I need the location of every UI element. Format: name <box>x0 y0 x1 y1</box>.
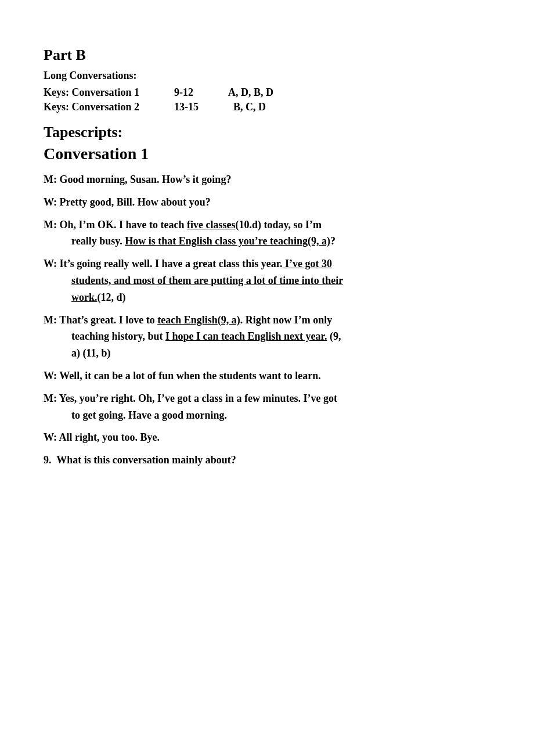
text-m-5e: teaching history, <box>71 330 148 342</box>
text-m-3g: (9, a) <box>308 235 330 247</box>
text-w-4a: It’s going really well. I have a great c… <box>60 258 283 269</box>
question-9: 9. What is this conversation mainly abou… <box>44 454 490 466</box>
text-w-4c: students, and most of them are putting a… <box>71 275 343 286</box>
text-w-6: Well, it can be a lot of fun when the st… <box>59 370 321 381</box>
text-m-1: Good morning, Susan. How’s it going? <box>59 174 231 185</box>
dialogue-line-5: M: That’s great. I love to teach English… <box>44 312 490 362</box>
text-m-3a: Oh, I’m OK. I have to teach <box>59 219 187 231</box>
text-m-5h: I hope I can teach English next year. <box>165 330 327 342</box>
dialogue-line-6: W: Well, it can be a lot of fun when the… <box>44 368 490 384</box>
speaker-w-6: W: <box>44 370 59 381</box>
dialogue-line-2: W: Pretty good, Bill. How about you? <box>44 194 490 211</box>
text-w-8: All right, you too. Bye. <box>59 431 160 443</box>
tapescripts-heading: Tapescripts: <box>44 124 490 141</box>
text-m-5k: a) (11, b) <box>71 347 111 359</box>
text-w-4d: work. <box>71 291 98 303</box>
keys-conv2-label: Keys: Conversation 2 <box>44 101 139 113</box>
text-m-3h: ? <box>330 235 335 247</box>
dialogue-line-8: W: All right, you too. Bye. <box>44 429 490 446</box>
part-b-section: Part B Long Conversations: Keys: Convers… <box>44 46 490 466</box>
speaker-m-7: M: <box>44 393 59 404</box>
text-m-5d: . Right now I’m only <box>240 314 333 326</box>
text-m-7b: to get going. Have a good morning. <box>71 409 227 421</box>
speaker-w-8: W: <box>44 431 59 443</box>
text-m-3b: five classes <box>187 219 235 231</box>
dialogue-line-7: M: Yes, you’re right. Oh, I’ve got a cla… <box>44 390 490 424</box>
speaker-w-2: W: <box>44 196 60 208</box>
text-m-5c: (9, a) <box>218 314 240 326</box>
speaker-w-4: W: <box>44 258 60 269</box>
text-m-3d: today, so I’m <box>261 219 322 231</box>
text-w-4e: (12, d) <box>98 291 126 303</box>
text-m-5j: (9, <box>330 330 341 342</box>
text-w-4b: I’ve got 30 <box>283 258 332 269</box>
dialogue-line-3: M: Oh, I’m OK. I have to teach five clas… <box>44 217 490 250</box>
long-conv-label: Long Conversations: <box>44 70 490 82</box>
dialogue-line-1: M: Good morning, Susan. How’s it going? <box>44 171 490 188</box>
text-m-3f: How is that English class you’re teachin… <box>125 235 308 247</box>
part-b-heading: Part B <box>44 46 490 64</box>
speaker-m-3: M: <box>44 219 59 231</box>
text-m-3c: (10.d) <box>235 219 261 231</box>
text-m-5a: That’s great. I love to <box>59 314 157 326</box>
text-m-3e: really busy. <box>71 235 125 247</box>
keys-conv2-range: 13-15 <box>174 101 199 113</box>
text-m-5b: teach English <box>157 314 218 326</box>
keys-conv1-label: Keys: Conversation 1 <box>44 87 139 99</box>
keys-conv1-range: 9-12 <box>174 87 193 99</box>
keys-conv2-row: Keys: Conversation 2 13-15 B, C, D <box>44 101 490 113</box>
speaker-m-5: M: <box>44 314 59 326</box>
text-m-5f: but <box>148 330 163 342</box>
keys-conv2-answers: B, C, D <box>233 101 266 113</box>
keys-conv1-row: Keys: Conversation 1 9-12 A, D, B, D <box>44 87 490 99</box>
conv1-heading: Conversation 1 <box>44 145 490 163</box>
keys-conv1-answers: A, D, B, D <box>228 87 273 99</box>
text-m-7a: Yes, you’re right. Oh, I’ve got a class … <box>59 393 337 404</box>
speaker-m-1: M: <box>44 174 59 185</box>
text-w-2: Pretty good, Bill. How about you? <box>60 196 211 208</box>
dialogue-line-4: W: It’s going really well. I have a grea… <box>44 255 490 305</box>
